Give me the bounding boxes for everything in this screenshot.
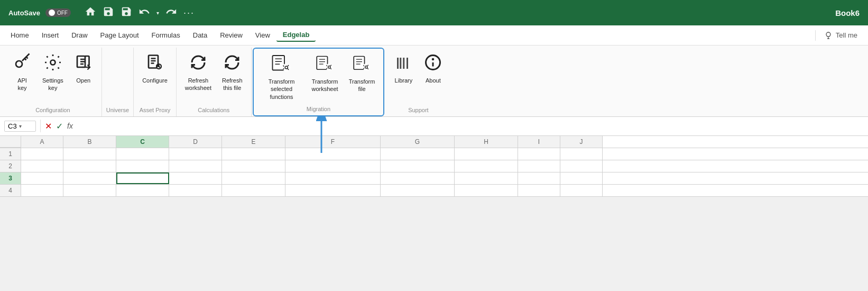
cell-e1[interactable] — [222, 148, 285, 160]
col-header-h[interactable]: H — [455, 136, 518, 148]
cell-b1[interactable] — [63, 148, 116, 160]
about-label: About — [426, 77, 441, 84]
formula-bar: C3 ▾ ✕ ✓ fx — [0, 117, 868, 136]
menu-edgelab[interactable]: Edgelab — [276, 29, 316, 42]
universe-group-label: Universe — [106, 105, 129, 114]
row-header-3: 3 — [0, 172, 21, 184]
col-header-b[interactable]: B — [63, 136, 116, 148]
open-button[interactable]: Open — [70, 50, 97, 87]
cell-f2[interactable] — [285, 160, 381, 172]
column-headers-row: A B C D E F G H I J — [0, 136, 868, 148]
transform-selected-button[interactable]: Transformselected functions — [258, 51, 306, 104]
col-header-g[interactable]: G — [381, 136, 455, 148]
menu-page-layout[interactable]: Page Layout — [94, 29, 145, 41]
save-as-icon[interactable] — [121, 6, 132, 20]
cell-f1[interactable] — [285, 148, 381, 160]
undo-icon[interactable] — [138, 6, 150, 20]
more-icon[interactable]: ··· — [183, 7, 195, 19]
cell-f3[interactable] — [285, 172, 381, 184]
cell-h2[interactable] — [455, 160, 518, 172]
cell-i3[interactable] — [518, 172, 560, 184]
fx-label: fx — [67, 122, 73, 130]
col-header-i[interactable]: I — [518, 136, 560, 148]
cell-h1[interactable] — [455, 148, 518, 160]
cell-i1[interactable] — [518, 148, 560, 160]
cell-j4[interactable] — [560, 185, 603, 196]
cell-g3[interactable] — [381, 172, 455, 184]
refresh-worksheet-button[interactable]: Refreshworksheet — [181, 50, 216, 95]
cell-e4[interactable] — [222, 185, 285, 196]
cell-g1[interactable] — [381, 148, 455, 160]
asset-proxy-items: Configure — [138, 50, 172, 105]
cell-a3[interactable] — [21, 172, 63, 184]
undo-dropdown-icon[interactable]: ▾ — [156, 10, 159, 16]
asset-proxy-group-label: Asset Proxy — [138, 105, 172, 114]
tell-me[interactable]: Tell me — [818, 29, 864, 42]
transform-file-button[interactable]: Transformfile — [345, 51, 380, 96]
cell-a4[interactable] — [21, 185, 63, 196]
autosave-toggle[interactable]: OFF — [45, 8, 71, 17]
configure-button[interactable]: Configure — [138, 50, 172, 87]
menu-view[interactable]: View — [249, 29, 276, 41]
cell-d1[interactable] — [169, 148, 222, 160]
confirm-formula-icon[interactable]: ✓ — [56, 121, 63, 131]
cell-b2[interactable] — [63, 160, 116, 172]
col-header-e[interactable]: E — [222, 136, 285, 148]
cell-b4[interactable] — [63, 185, 116, 196]
menu-draw[interactable]: Draw — [65, 29, 94, 41]
library-button[interactable]: Library — [390, 50, 417, 87]
cell-c3-selected[interactable] — [116, 172, 169, 184]
api-key-button[interactable]: APIkey — [8, 50, 36, 95]
cell-j1[interactable] — [560, 148, 603, 160]
settings-button[interactable]: Settingskey — [38, 50, 68, 95]
cell-g4[interactable] — [381, 185, 455, 196]
menu-formulas[interactable]: Formulas — [145, 29, 187, 41]
refresh-file-label: Refreshthis file — [222, 77, 243, 92]
library-icon — [394, 53, 413, 75]
cell-j2[interactable] — [560, 160, 603, 172]
cell-h4[interactable] — [455, 185, 518, 196]
cell-reference-box[interactable]: C3 ▾ — [4, 121, 36, 132]
menu-insert[interactable]: Insert — [35, 29, 66, 41]
cell-c4[interactable] — [116, 185, 169, 196]
refresh-file-button[interactable]: Refreshthis file — [218, 50, 247, 95]
cell-d3[interactable] — [169, 172, 222, 184]
col-header-f[interactable]: F — [285, 136, 381, 148]
menu-review[interactable]: Review — [214, 29, 249, 41]
cell-e3[interactable] — [222, 172, 285, 184]
library-label: Library — [395, 77, 413, 84]
cell-i4[interactable] — [518, 185, 560, 196]
save-icon[interactable] — [103, 6, 114, 20]
cell-f4[interactable] — [285, 185, 381, 196]
svg-point-2 — [50, 60, 55, 65]
transform-file-label: Transformfile — [349, 78, 375, 93]
cell-a2[interactable] — [21, 160, 63, 172]
cell-i2[interactable] — [518, 160, 560, 172]
redo-icon[interactable] — [165, 6, 177, 20]
cell-d4[interactable] — [169, 185, 222, 196]
about-button[interactable]: About — [419, 50, 447, 87]
api-key-label: APIkey — [17, 77, 27, 92]
cell-e2[interactable] — [222, 160, 285, 172]
col-header-c[interactable]: C — [116, 136, 169, 148]
key-icon — [13, 53, 32, 75]
spreadsheet: A B C D E F G H I J 1 2 3 — [0, 136, 868, 197]
cell-d2[interactable] — [169, 160, 222, 172]
cell-b3[interactable] — [63, 172, 116, 184]
col-header-j[interactable]: J — [560, 136, 603, 148]
transform-worksheet-button[interactable]: Transformworksheet — [308, 51, 343, 96]
menu-home[interactable]: Home — [4, 29, 35, 41]
cancel-formula-icon[interactable]: ✕ — [45, 121, 52, 131]
cell-a1[interactable] — [21, 148, 63, 160]
transform-selected-label: Transformselected functions — [262, 78, 301, 101]
cell-c2[interactable] — [116, 160, 169, 172]
home-icon[interactable] — [85, 6, 96, 20]
cell-g2[interactable] — [381, 160, 455, 172]
svg-point-12 — [363, 63, 370, 71]
col-header-d[interactable]: D — [169, 136, 222, 148]
col-header-a[interactable]: A — [21, 136, 63, 148]
cell-c1[interactable] — [116, 148, 169, 160]
cell-j3[interactable] — [560, 172, 603, 184]
cell-h3[interactable] — [455, 172, 518, 184]
menu-data[interactable]: Data — [187, 29, 214, 41]
